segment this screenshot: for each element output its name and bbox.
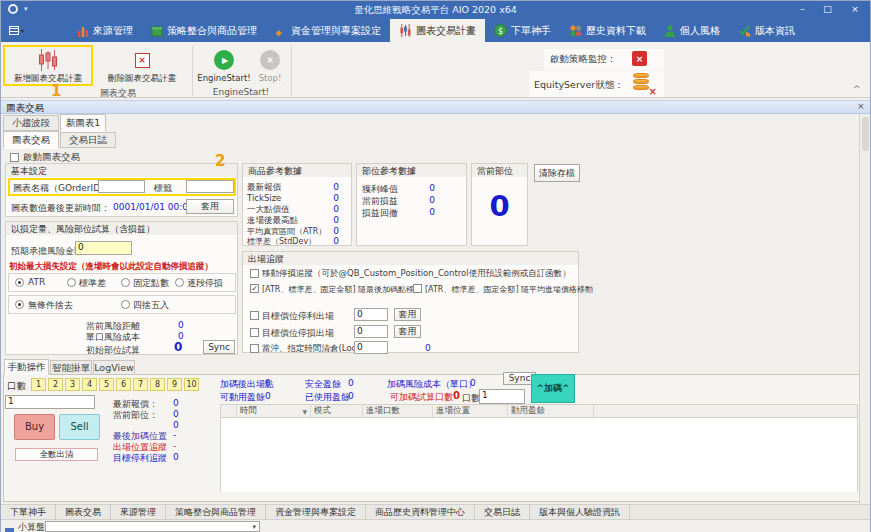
day-trade-close-checkbox[interactable] [250, 344, 259, 353]
stop-loss-apply-button[interactable]: 套用 [394, 325, 421, 338]
stop-button[interactable]: × Stop! [252, 47, 288, 83]
manual-lots-input[interactable]: 1 [5, 395, 95, 409]
lot-button-4[interactable]: 4 [82, 378, 97, 391]
apply-update-button[interactable]: 套用 [186, 199, 234, 214]
entries-table-body[interactable] [221, 418, 857, 492]
close-button[interactable]: × [840, 1, 870, 19]
lot-button-9[interactable]: 9 [167, 378, 182, 391]
bottom-tab-strategy[interactable]: 策略整合與商品管理 [166, 505, 266, 519]
follow-avg-entry-checkbox[interactable] [413, 284, 422, 293]
follow-last-add-checkbox[interactable]: ✓ [250, 284, 259, 293]
stop-loss-checkbox[interactable] [250, 328, 259, 337]
lot-button-8[interactable]: 8 [150, 378, 165, 391]
day-trade-close-input[interactable]: 0 [354, 341, 388, 354]
take-profit-checkbox[interactable] [250, 311, 259, 320]
header-entry-pos-cell[interactable]: 進場位置 [433, 405, 508, 417]
file-menu-caret-icon: ▾ [21, 27, 24, 34]
bottom-tab-version[interactable]: 版本與個人驗證資訊 [530, 505, 630, 519]
add-lots-input[interactable]: 1 [479, 389, 525, 404]
vertical-scrollbar[interactable] [859, 114, 870, 504]
chart-tab-2[interactable]: 新圖表1 [60, 114, 106, 132]
product-row-value: 0 [321, 204, 339, 214]
position-reference-group: 部位參考數據 獲利峰值 0 當前損益 0 損益回撤 0 [356, 163, 467, 246]
manual-operation-tab[interactable]: 手動操作 [4, 359, 49, 375]
radio-segment-stop[interactable] [175, 278, 184, 287]
lot-button-5[interactable]: 5 [99, 378, 114, 391]
minimize-button[interactable]: – [790, 1, 815, 19]
ribbon-tab-source-manage[interactable]: 來源管理 [68, 19, 142, 42]
statusbar-combobox[interactable]: ▾ [45, 521, 260, 532]
bottom-tab-chart-trade[interactable]: 圖表交易 [56, 505, 111, 519]
bottom-tab-order-hand[interactable]: 下單神手 [1, 505, 56, 519]
sub-tab-trade-log[interactable]: 交易日誌 [60, 132, 116, 148]
clear-save-button[interactable]: 清除存檔 [534, 164, 580, 182]
stop-loss-input[interactable]: 0 [354, 325, 388, 338]
ribbon-tab-chart-plan[interactable]: 圖表交易計畫 [390, 19, 485, 42]
bottom-tab-source-manage[interactable]: 來源管理 [111, 505, 166, 519]
smart-order-tab[interactable]: 智能掛單 [50, 360, 92, 375]
candlestick-icon [399, 24, 412, 37]
engine-start-button[interactable]: ▶ EngineStart! [198, 47, 250, 83]
ribbon-tab-strategy[interactable]: 策略整合與商品管理 [142, 19, 266, 42]
sort-arrow-icon[interactable]: ▼ [302, 408, 307, 415]
logview-tab[interactable]: LogView [93, 360, 135, 375]
radio-atr[interactable] [15, 278, 24, 287]
file-menu-button[interactable]: ▾ [1, 19, 32, 42]
ribbon-tab-funds[interactable]: 資金管理與專案設定 [266, 19, 390, 42]
bottom-tab-history-center[interactable]: 商品歷史資料管理中心 [366, 505, 475, 519]
monitor-status-icon[interactable]: × [632, 51, 647, 66]
product-row-value: 0 [321, 182, 339, 192]
ribbon-tab-personal-style[interactable]: 個人風格 [655, 19, 729, 42]
ribbon-tab-label: 策略整合與商品管理 [167, 24, 257, 38]
ribbon-tab-history-download[interactable]: 歷史資料下載 [560, 19, 655, 42]
header-entry-lots-cell[interactable]: 進場口數 [363, 405, 433, 417]
sell-button[interactable]: Sell [59, 414, 100, 440]
scrollbar-thumb[interactable] [862, 117, 869, 151]
combo-caret-icon[interactable]: ▾ [252, 523, 256, 531]
add-position-button[interactable]: ^加碼^ [531, 374, 575, 403]
chart-tab-1[interactable]: 小趨波段 [3, 115, 59, 131]
take-profit-input[interactable]: 0 [354, 308, 388, 321]
toolbar-separator-2 [291, 46, 292, 96]
ribbon-tab-order-hand[interactable]: $ 下單神手 [485, 19, 560, 42]
update-time-label: 圖表數值最後更新時間： [11, 202, 110, 215]
radio-round-down[interactable] [15, 300, 24, 309]
bottom-tab-trade-log[interactable]: 交易日誌 [475, 505, 530, 519]
header-surplus-cell[interactable]: 動用盈餘 [508, 405, 594, 417]
header-mode-cell[interactable]: 模式 [311, 405, 363, 417]
header-time-cell[interactable]: 時間 ▼ [237, 405, 311, 417]
database-icon[interactable]: × [633, 73, 651, 93]
expected-risk-input[interactable]: 0 [75, 241, 132, 255]
last-add-position-value: - [173, 430, 176, 440]
panel-close-icon[interactable]: × [857, 101, 865, 111]
lots-label: 口數 [7, 380, 26, 393]
play-icon: ▶ [214, 50, 234, 70]
lot-button-6[interactable]: 6 [116, 378, 131, 391]
radio-fixed-points-label: 固定點數 [133, 277, 169, 290]
lot-button-2[interactable]: 2 [48, 378, 63, 391]
lot-button-3[interactable]: 3 [65, 378, 80, 391]
delete-chart-plan-label: 刪除圖表交易計畫 [108, 73, 176, 85]
group-label-engine: EngineStart! [193, 87, 289, 97]
sub-tab-chart-trade[interactable]: 圖表交易 [3, 131, 59, 149]
ribbon-tab-version-info[interactable]: 版本資訊 [729, 19, 804, 42]
bottom-tab-funds[interactable]: 資金管理與專案設定 [266, 505, 366, 519]
trailing-stop-checkbox[interactable] [250, 269, 259, 278]
radio-round-half[interactable] [121, 300, 130, 309]
lot-button-7[interactable]: 7 [133, 378, 148, 391]
loss-mode-radio-group: ATR 標準差 固定點數 逐段停損 [8, 273, 236, 292]
radio-stddev[interactable] [67, 278, 76, 287]
enable-chart-trade-checkbox[interactable] [10, 153, 19, 162]
ribbon-collapse-chevron-icon[interactable]: ^ [853, 84, 861, 94]
lot-button-10[interactable]: 10 [184, 378, 199, 391]
maximize-button[interactable]: □ [815, 1, 840, 19]
buy-button[interactable]: Buy [14, 414, 55, 440]
radio-fixed-points[interactable] [121, 278, 130, 287]
delete-chart-plan-button[interactable]: × 刪除圖表交易計畫 [97, 47, 187, 85]
take-profit-apply-button[interactable]: 套用 [394, 308, 421, 321]
close-all-button[interactable]: 全數出清 [15, 448, 98, 461]
lot-button-1[interactable]: 1 [31, 378, 46, 391]
sync-button[interactable]: Sync [203, 340, 235, 354]
entries-table: 時間 ▼ 模式 進場口數 進場位置 動用盈餘 [220, 404, 858, 492]
initial-position-value: 0 [174, 340, 182, 354]
